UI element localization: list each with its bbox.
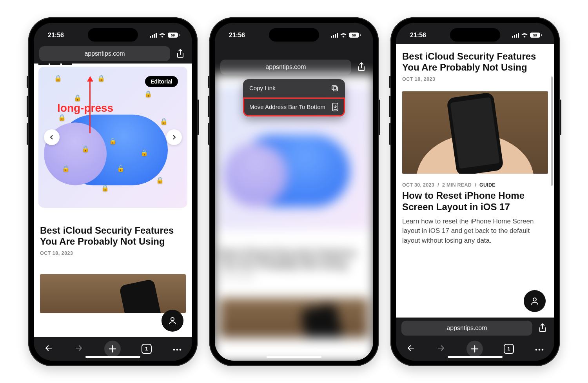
page-content[interactable]: Best iCloud Security Features You Are Pr… [396, 44, 554, 318]
post-title-2[interactable]: How to Reset iPhone Home Screen Layout i… [402, 190, 548, 213]
svg-point-23 [541, 349, 543, 350]
arrow-right-icon [436, 343, 446, 353]
address-bar-domain: appsntips.com [446, 325, 487, 332]
menu-item-move-address-bar[interactable]: Move Address Bar To Bottom [243, 98, 345, 116]
address-bar[interactable]: appsntips.com [39, 46, 170, 61]
plus-icon [470, 345, 479, 353]
chevron-right-icon [171, 134, 177, 140]
menu-item-copy-link[interactable]: Copy Link [243, 79, 345, 97]
home-indicator[interactable] [267, 356, 321, 358]
annotation-arrow [89, 67, 91, 133]
share-button[interactable] [174, 47, 187, 60]
svg-rect-19 [518, 33, 519, 38]
meta-readtime: 2 MIN READ [442, 182, 472, 188]
page-content-blurred: Best iCloud Security Features You Are Pr… [215, 74, 373, 360]
back-button[interactable] [406, 343, 416, 354]
svg-point-22 [538, 349, 540, 350]
status-time: 21:56 [229, 32, 245, 39]
address-bar-domain: appsntips.com [84, 50, 125, 57]
wifi-icon [159, 33, 166, 38]
forward-button[interactable] [436, 343, 446, 354]
svg-rect-16 [512, 36, 513, 38]
copy-icon [331, 84, 339, 92]
cellular-icon [331, 33, 338, 38]
svg-rect-10 [335, 34, 336, 38]
home-indicator[interactable] [85, 356, 140, 358]
editorial-tag: Editorial [145, 76, 178, 87]
hero-card[interactable]: 🔒 🔒 🔒 🔒 🔒 🔒 🔒 🔒 🔒 🔒 🔒 🔒 🔒 Editorial [38, 67, 187, 208]
ellipsis-icon [535, 349, 544, 351]
tabs-button[interactable]: 1 [504, 344, 514, 354]
address-bar-domain: appsntips.com [265, 64, 306, 71]
meta-separator: / [475, 182, 476, 188]
post-excerpt: Learn how to reset the iPhone Home Scree… [402, 217, 548, 246]
home-indicator[interactable] [448, 356, 503, 358]
scroll-indicator[interactable] [551, 76, 553, 186]
phone-mockup-3: 21:56 59 Best iCloud Security Features Y… [390, 17, 560, 366]
page-content[interactable]: 🔒 🔒 🔒 🔒 🔒 🔒 🔒 🔒 🔒 🔒 🔒 🔒 🔒 Editorial [34, 64, 192, 337]
share-button[interactable] [355, 61, 368, 73]
move-to-bottom-icon [332, 103, 339, 111]
post-meta: OCT 30, 2023 / 2 MIN READ / GUIDE [402, 182, 548, 188]
user-icon [168, 316, 177, 325]
user-fab[interactable] [162, 310, 183, 332]
new-tab-button[interactable] [466, 341, 483, 357]
post-thumbnail-2[interactable] [40, 274, 186, 313]
post-date: OCT 18, 2023 [40, 250, 186, 256]
carousel-next[interactable] [166, 129, 182, 145]
svg-rect-0 [150, 36, 151, 38]
svg-point-7 [179, 349, 181, 350]
tabs-button[interactable]: 1 [142, 344, 152, 354]
plus-icon [108, 345, 117, 353]
share-button[interactable] [536, 322, 549, 334]
svg-rect-9 [333, 35, 334, 38]
back-button[interactable] [44, 343, 53, 354]
svg-rect-18 [516, 34, 517, 38]
svg-rect-1 [152, 35, 153, 38]
meta-date: OCT 30, 2023 [402, 182, 434, 188]
ellipsis-icon [172, 349, 182, 351]
annotation-longpress-label: long-press [57, 102, 113, 114]
tab-count: 1 [145, 346, 148, 352]
dynamic-island [450, 28, 500, 42]
share-icon [176, 49, 184, 58]
menu-item-label: Copy Link [249, 85, 276, 91]
svg-rect-2 [154, 34, 155, 38]
battery-indicator: 59 [168, 33, 180, 38]
battery-indicator: 59 [349, 33, 361, 38]
phone-mockup-1: 21:56 59 appsntips.com 🔒 [28, 17, 198, 366]
user-fab[interactable] [524, 290, 546, 312]
share-icon [539, 323, 546, 333]
cellular-icon [150, 33, 157, 38]
menu-button[interactable] [172, 345, 182, 352]
carousel-prev[interactable] [44, 129, 60, 145]
svg-point-21 [535, 349, 537, 350]
menu-item-label: Move Address Bar To Bottom [249, 103, 325, 110]
address-bar[interactable]: appsntips.com [220, 60, 351, 74]
address-bar[interactable]: appsntips.com [401, 321, 532, 336]
new-tab-button[interactable] [104, 341, 121, 357]
arrow-right-icon [74, 343, 83, 353]
svg-point-4 [171, 318, 174, 321]
menu-button[interactable] [535, 345, 544, 352]
svg-point-5 [173, 349, 175, 350]
svg-point-20 [533, 298, 536, 301]
status-time: 21:56 [48, 32, 64, 39]
svg-rect-17 [514, 35, 515, 38]
post-title[interactable]: Best iCloud Security Features You Are Pr… [40, 225, 186, 248]
meta-category[interactable]: GUIDE [479, 182, 495, 188]
context-menu: Copy Link Move Address Bar To Bottom [243, 79, 345, 116]
dynamic-island [88, 28, 138, 42]
status-time: 21:56 [410, 32, 426, 39]
post-title-1[interactable]: Best iCloud Security Features You Are Pr… [402, 51, 548, 74]
post-date-1: OCT 18, 2023 [402, 76, 548, 82]
post-thumbnail-guide[interactable] [402, 91, 548, 174]
meta-separator: / [437, 182, 439, 188]
svg-rect-13 [332, 85, 336, 90]
cellular-icon [512, 33, 519, 38]
svg-rect-3 [156, 33, 157, 38]
forward-button[interactable] [74, 343, 83, 354]
dynamic-island [269, 28, 319, 42]
address-bar-container: appsntips.com [34, 44, 192, 64]
svg-rect-11 [337, 33, 338, 38]
